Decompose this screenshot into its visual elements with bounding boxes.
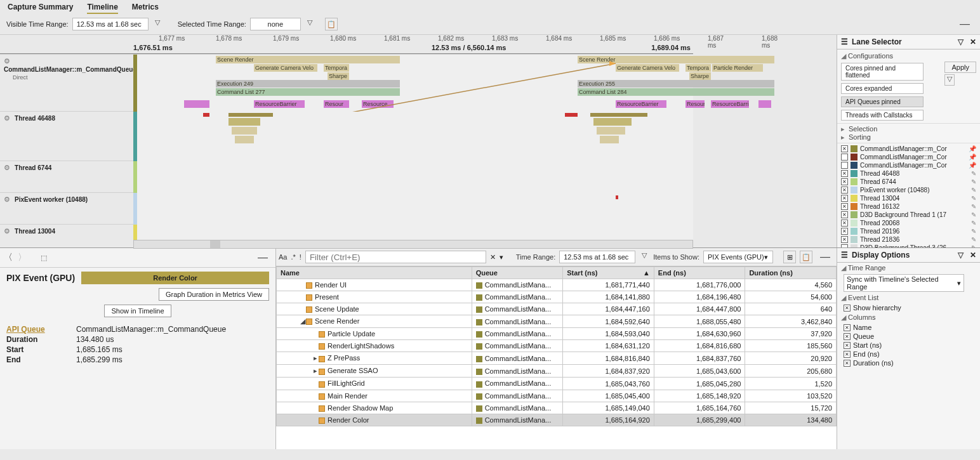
back-arrow-icon[interactable]: 〈: [4, 252, 13, 263]
table-row[interactable]: Main Render CommandListMana... 1,685,045…: [277, 390, 837, 402]
column-checkbox[interactable]: [844, 324, 851, 331]
edit-icon[interactable]: ✎: [971, 203, 976, 210]
table-row[interactable]: FillLightGrid CommandListMana... 1,685,0…: [277, 378, 837, 390]
timeline-event[interactable]: Execution 249: [216, 80, 400, 88]
lane-checkbox[interactable]: [841, 244, 848, 247]
config-option[interactable]: Threads with Callstacks: [841, 110, 924, 121]
column-checkbox[interactable]: [844, 342, 851, 349]
timeline-event[interactable]: [600, 136, 619, 143]
table-row[interactable]: Particle Update CommandListMana... 1,684…: [277, 328, 837, 340]
visible-range-value[interactable]: 12.53 ms at 1.68 sec: [72, 18, 149, 30]
timeline-tracks[interactable]: 1,677 ms 1,678 ms 1,679 ms 1,680 ms 1,68…: [0, 35, 837, 247]
show-in-timeline-button[interactable]: Show in Timeline: [104, 305, 171, 317]
regex-toggle[interactable]: .*: [291, 253, 295, 261]
lane-item[interactable]: Thread 21836 ✎: [840, 235, 977, 244]
timeline-event[interactable]: ResourceBarrier: [616, 100, 666, 108]
timeline-event[interactable]: [593, 118, 632, 126]
forward-arrow-icon[interactable]: 〉: [18, 252, 27, 263]
edit-icon[interactable]: ✎: [971, 211, 976, 218]
lane-item[interactable]: CommandListManager::m_Cor 📌: [840, 145, 977, 153]
lane-checkbox[interactable]: [841, 236, 848, 243]
timeline-event[interactable]: Tempora: [685, 64, 711, 72]
gear-icon[interactable]: ⚙: [4, 164, 10, 171]
timeline-event[interactable]: [228, 118, 260, 126]
timeline-event[interactable]: Sharpe: [689, 72, 711, 80]
lane-item[interactable]: D3D Background Thread 1 (17 ✎: [840, 211, 977, 219]
dropdown-icon[interactable]: ▽: [955, 37, 966, 46]
time-range-section[interactable]: Time Range: [837, 263, 980, 273]
lane-checkbox[interactable]: [841, 170, 848, 177]
timeline-event[interactable]: Scene Render: [578, 56, 774, 63]
tab-metrics[interactable]: Metrics: [132, 3, 159, 14]
lane-checkbox[interactable]: [841, 211, 848, 218]
timeline-event[interactable]: [203, 113, 209, 117]
lane-checkbox[interactable]: [841, 162, 848, 169]
lane-checkbox[interactable]: [841, 178, 848, 185]
col-duration[interactable]: Duration (ns): [745, 267, 837, 279]
lane-item[interactable]: Thread 46488 ✎: [840, 169, 977, 178]
sorting-header[interactable]: ▸Sorting: [841, 133, 976, 141]
col-start[interactable]: Start (ns) ▲: [563, 267, 654, 279]
lane-checkbox[interactable]: [841, 228, 848, 235]
event-list-section[interactable]: Event List: [837, 292, 980, 303]
lane-item[interactable]: Thread 16132 ✎: [840, 202, 977, 211]
timeline-event[interactable]: Resource: [362, 100, 394, 108]
timeline-event[interactable]: Command List 284: [578, 88, 774, 96]
pin-icon[interactable]: 📌: [969, 162, 976, 169]
collapse-toolbar-button[interactable]: —: [956, 18, 974, 30]
negate-toggle[interactable]: !: [300, 253, 301, 261]
col-end[interactable]: End (ns): [654, 267, 745, 279]
selected-range-dropdown-icon[interactable]: ▽: [305, 18, 315, 30]
table-row[interactable]: Present CommandListMana... 1,684,141,880…: [277, 291, 837, 303]
col-name[interactable]: Name: [277, 267, 472, 279]
timeline-event[interactable]: Generate Camera Velo: [616, 64, 679, 72]
lane-item[interactable]: PixEvent worker (10488) ✎: [840, 186, 977, 194]
timeline-event[interactable]: ResourceBarrier: [254, 100, 305, 108]
tab-capture-summary[interactable]: Capture Summary: [8, 3, 73, 14]
timeline-event[interactable]: ResourceBarri: [711, 100, 749, 108]
lane-checkbox[interactable]: [841, 187, 848, 194]
gear-icon[interactable]: ⚙: [4, 195, 10, 203]
edit-icon[interactable]: ✎: [971, 236, 976, 243]
table-row[interactable]: ◢Scene Render CommandListMana... 1,684,5…: [277, 315, 837, 328]
grid-time-range-value[interactable]: 12.53 ms at 1.68 sec: [559, 251, 635, 263]
table-row[interactable]: RenderLightShadows CommandListMana... 1,…: [277, 340, 837, 352]
filter-dropdown-icon[interactable]: ▾: [500, 253, 503, 261]
items-to-show-value[interactable]: PIX Events (GPU) ▾: [703, 251, 773, 263]
lane-item[interactable]: Thread 13004 ✎: [840, 194, 977, 202]
gear-icon[interactable]: ⚙: [4, 114, 10, 122]
timeline-event[interactable]: Resour: [685, 100, 705, 108]
close-icon[interactable]: ✕: [970, 251, 976, 260]
lane-item[interactable]: Thread 6744 ✎: [840, 178, 977, 186]
edit-icon[interactable]: ✎: [971, 244, 976, 247]
filter-input[interactable]: [305, 251, 486, 263]
table-row[interactable]: Scene Update CommandListMana... 1,684,44…: [277, 303, 837, 315]
config-option[interactable]: Cores expanded: [841, 83, 924, 94]
timeline-event[interactable]: [616, 195, 618, 199]
copy-button[interactable]: 📋: [325, 18, 338, 30]
table-row[interactable]: Render Color CommandListMana... 1,685,16…: [277, 414, 837, 426]
table-row[interactable]: Render Shadow Map CommandListMana... 1,6…: [277, 402, 837, 414]
grid-copy-button[interactable]: 📋: [800, 251, 812, 263]
gear-icon[interactable]: ⚙: [4, 57, 10, 65]
grid-view-button[interactable]: ⊞: [783, 251, 796, 263]
timeline-event[interactable]: [184, 100, 209, 108]
table-row[interactable]: Render UI CommandListMana... 1,681,771,4…: [277, 279, 837, 291]
config-dropdown-icon[interactable]: ▽: [944, 74, 955, 86]
selection-header[interactable]: ▸Selection: [841, 125, 976, 133]
collapse-panel-button[interactable]: —: [254, 252, 272, 263]
timeline-event[interactable]: Command List 277: [216, 88, 400, 96]
close-icon[interactable]: ✕: [970, 37, 976, 46]
grid-time-range-dropdown-icon[interactable]: ▽: [639, 251, 649, 263]
column-checkbox[interactable]: [844, 351, 851, 358]
table-row[interactable]: ▸Generate SSAO CommandListMana... 1,684,…: [277, 365, 837, 378]
match-case-toggle[interactable]: Aa: [279, 253, 287, 261]
lane-checkbox[interactable]: [841, 145, 848, 152]
sync-range-select[interactable]: Sync with Timeline's Selected Range▾: [844, 274, 964, 292]
selected-range-value[interactable]: none: [250, 18, 301, 30]
api-queue-link[interactable]: API Queue: [6, 325, 76, 334]
configurations-header[interactable]: Configurations: [841, 51, 976, 62]
edit-icon[interactable]: ✎: [971, 228, 976, 235]
edit-icon[interactable]: ✎: [971, 220, 976, 227]
lane-item[interactable]: CommandListManager::m_Cor 📌: [840, 161, 977, 169]
